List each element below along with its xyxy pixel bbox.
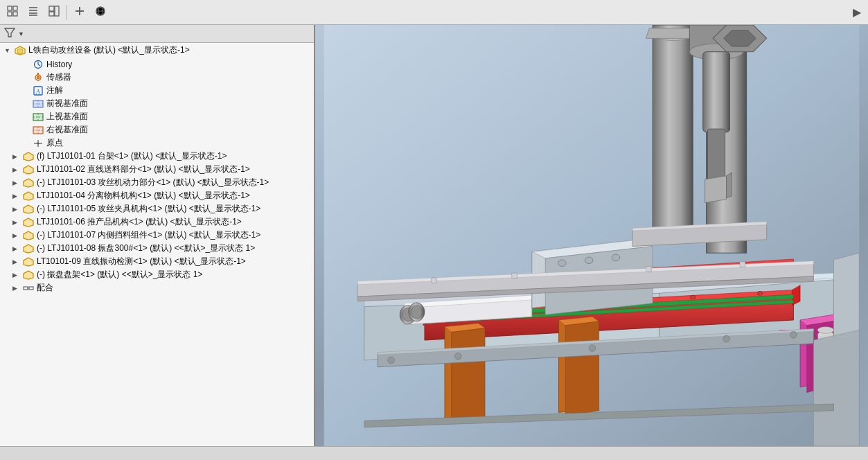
svg-marker-106 [727,172,732,198]
svg-point-85 [612,254,620,261]
tree-item-05[interactable]: ▶ (-) LTJ10101-05 攻丝夹具机构<1> (默认) <默认_显示状… [0,202,314,215]
expand-02[interactable]: ▶ [12,166,22,173]
svg-point-79 [411,306,422,319]
sphere-icon [94,5,107,19]
list-toolbar-btn[interactable] [24,3,43,22]
filter-bar: ▼ [0,25,314,43]
svg-rect-50 [24,287,28,290]
assembly-toolbar-btn[interactable] [3,3,22,22]
asm-icon-03 [22,177,35,188]
expand-mate[interactable]: ▶ [12,285,22,292]
config-icon [48,5,60,19]
tree-item-01[interactable]: ▶ (f) LTJ10101-01 台架<1> (默认) <默认_显示状态-1> [0,150,314,163]
tree-item-history[interactable]: History [0,57,314,71]
filter-icon [4,27,15,40]
tree-item-03[interactable]: ▶ (-) LTJ10101-03 攻丝机动力部分<1> (默认) <默认_显示… [0,176,314,189]
svg-marker-125 [813,330,859,446]
config-toolbar-btn[interactable] [44,3,64,22]
sensor-icon [32,72,44,83]
panel-resize-handle[interactable] [311,25,314,446]
svg-rect-96 [653,25,693,240]
svg-point-130 [589,345,596,352]
expand-08[interactable]: ▶ [12,245,22,252]
tree-item-06[interactable]: ▶ LTJ10101-06 推产品机构<1> (默认) <默认_显示状态-1> [0,215,314,229]
tree-item-top-plane[interactable]: 上视基准面 [0,110,314,123]
svg-rect-8 [49,6,54,11]
tree-item-disk[interactable]: ▶ (-) 振盘盘架<1> (默认) <<默认>_显示状态 1> [0,268,314,281]
tree-root-item[interactable]: ▼ L铁自动攻丝设备 (默认) <默认_显示状态-1> [0,43,314,57]
expand-04[interactable]: ▶ [12,193,22,200]
top-plane-icon [32,112,44,123]
sensor-label: 传感器 [46,71,71,83]
root-assembly-icon [14,45,26,56]
front-plane-label: 前视基准面 [46,98,88,109]
svg-rect-9 [49,12,54,16]
tree-item-origin[interactable]: 原点 [0,136,314,150]
tree-item-04[interactable]: ▶ LTJ10101-04 分离物料机构<1> (默认) <默认_显示状态-1> [0,189,314,202]
tree-item-front-plane[interactable]: 前视基准面 [0,97,314,110]
tree-area[interactable]: ▼ L铁自动攻丝设备 (默认) <默认_显示状态-1> [0,43,314,446]
history-label: History [46,60,72,69]
expand-07[interactable]: ▶ [12,232,22,239]
svg-rect-92 [431,278,436,283]
history-icon [32,59,44,70]
expand-disk[interactable]: ▶ [12,272,22,278]
svg-marker-42 [24,179,33,187]
sphere-toolbar-btn[interactable] [91,3,110,22]
tree-item-mate[interactable]: ▶ 配合 [0,281,314,294]
asm-icon-07 [22,230,35,241]
svg-rect-3 [13,12,17,16]
svg-rect-1 [13,6,17,10]
asm-icon-disk [22,269,35,281]
tree-item-08[interactable]: ▶ (-) LTJ10101-08 振盘300#<1> (默认) <<默认>_显… [0,242,314,255]
svg-point-70 [757,291,763,295]
svg-point-69 [690,295,696,299]
asm-icon-04 [22,191,35,202]
svg-marker-41 [24,166,33,174]
tree-item-09[interactable]: ▶ LT10101-09 直线振动检测<1> (默认) <默认_显示状态-1> [0,255,314,268]
add-toolbar-btn[interactable] [70,3,89,22]
tree-item-07[interactable]: ▶ (-) LTJ10101-07 内侧挡料组件<1> (默认) <默认_显示状… [0,229,314,242]
add-icon [73,5,86,19]
tree-item-right-plane[interactable]: 右视基准面 [0,123,314,136]
status-bar [0,446,868,460]
svg-marker-49 [24,271,33,279]
svg-marker-46 [24,231,33,240]
tree-item-annotation[interactable]: A 注解 [0,84,314,97]
asm-icon-06 [22,217,35,228]
svg-rect-25 [37,73,39,75]
svg-point-123 [817,327,833,334]
svg-text:A: A [35,88,40,95]
annotation-label: 注解 [46,85,63,96]
tree-item-02[interactable]: ▶ LTJ10101-02 直线送料部分<1> (默认) <默认_显示状态-1> [0,163,314,176]
viewport[interactable]: M [315,25,868,446]
list-icon [27,5,39,19]
svg-marker-17 [5,28,15,37]
front-plane-icon [32,98,44,109]
svg-rect-2 [8,12,12,16]
svg-line-22 [38,64,40,66]
origin-label: 原点 [46,137,63,149]
root-expand-arrow[interactable]: ▼ [4,47,14,54]
tree-item-sensor[interactable]: 传感器 [0,71,314,84]
expand-01[interactable]: ▶ [12,153,22,160]
toolbar-more-arrow[interactable]: ▶ [849,6,865,19]
svg-marker-48 [24,258,33,266]
label-05: (-) LTJ10101-05 攻丝夹具机构<1> (默认) <默认_显示状态-… [37,203,260,215]
asm-icon-05 [22,204,35,215]
svg-marker-43 [24,192,33,200]
expand-05[interactable]: ▶ [12,206,22,213]
asm-icon-01 [22,151,35,162]
right-plane-label: 右视基准面 [46,124,88,136]
svg-rect-93 [512,273,517,278]
svg-marker-47 [24,245,33,253]
expand-09[interactable]: ▶ [12,258,22,265]
expand-03[interactable]: ▶ [12,179,22,186]
label-02: LTJ10101-02 直线送料部分<1> (默认) <默认_显示状态-1> [37,163,250,175]
svg-point-129 [454,353,461,360]
right-plane-icon [32,125,44,136]
label-01: (f) LTJ10101-01 台架<1> (默认) <默认_显示状态-1> [37,150,227,162]
label-06: LTJ10101-06 推产品机构<1> (默认) <默认_显示状态-1> [37,216,242,228]
expand-06[interactable]: ▶ [12,219,22,226]
mate-label: 配合 [37,282,53,294]
